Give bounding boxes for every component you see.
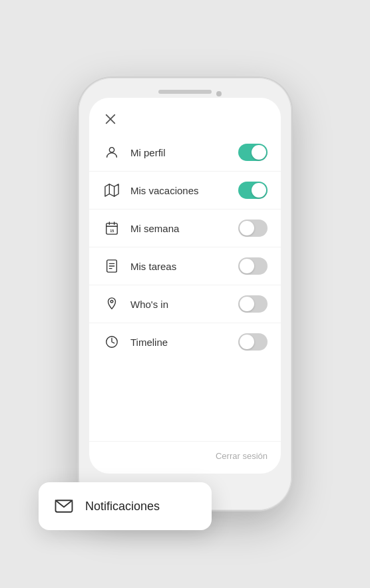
envelope-icon (52, 494, 76, 518)
location-icon (102, 295, 121, 313)
clock-icon (102, 333, 121, 351)
phone-camera (216, 91, 222, 96)
svg-point-15 (110, 301, 113, 303)
notification-label: Notificaciones (85, 500, 160, 514)
close-button[interactable] (102, 111, 118, 127)
toggle-mi-perfil[interactable] (238, 144, 268, 161)
menu-item-mi-semana[interactable]: 15 Mi semana (89, 210, 281, 247)
file-icon (102, 257, 121, 275)
toggle-mis-tareas[interactable] (238, 257, 268, 275)
toggle-mi-semana[interactable] (238, 220, 268, 237)
svg-marker-3 (105, 184, 118, 196)
toggle-thumb (252, 145, 266, 160)
menu-label-timeline: Timeline (130, 337, 238, 348)
menu-label-mi-semana: Mi semana (130, 223, 238, 234)
logout-button[interactable]: Cerrar sesión (216, 451, 268, 461)
menu-list: Mi perfil Mis vacaciones (89, 134, 281, 441)
phone-notch (158, 90, 212, 94)
user-icon (102, 143, 121, 162)
phone-screen: Mi perfil Mis vacaciones (89, 98, 281, 474)
svg-point-2 (109, 148, 114, 152)
toggle-timeline[interactable] (238, 333, 268, 351)
menu-label-mis-tareas: Mis tareas (130, 261, 238, 272)
toggle-mis-vacaciones[interactable] (238, 182, 268, 199)
phone-frame: Mi perfil Mis vacaciones (79, 78, 291, 510)
menu-item-mis-tareas[interactable]: Mis tareas (89, 247, 281, 285)
svg-text:15: 15 (110, 229, 114, 233)
map-icon (102, 181, 121, 200)
toggle-whos-in[interactable] (238, 295, 268, 313)
menu-item-mi-perfil[interactable]: Mi perfil (89, 134, 281, 172)
toggle-thumb (240, 335, 254, 349)
screen-footer: Cerrar sesión (89, 441, 281, 474)
toggle-thumb (240, 259, 254, 273)
toggle-thumb (240, 221, 254, 235)
toggle-thumb (252, 183, 266, 198)
menu-label-mi-perfil: Mi perfil (130, 147, 238, 158)
notification-card[interactable]: Notificaciones (39, 482, 212, 530)
toggle-thumb (240, 297, 254, 311)
menu-item-whos-in[interactable]: Who's in (89, 285, 281, 323)
menu-label-mis-vacaciones: Mis vacaciones (130, 185, 238, 196)
menu-item-mis-vacaciones[interactable]: Mis vacaciones (89, 172, 281, 210)
menu-label-whos-in: Who's in (130, 299, 238, 310)
screen-header (89, 98, 281, 134)
calendar-icon: 15 (102, 219, 121, 237)
menu-item-timeline[interactable]: Timeline (89, 323, 281, 361)
